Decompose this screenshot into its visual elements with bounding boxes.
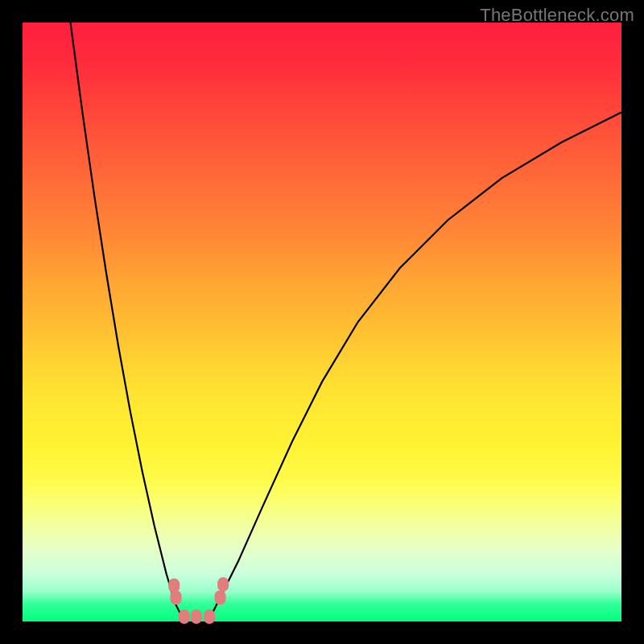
marker-bottom-cluster-a [179, 609, 190, 624]
chart-svg [23, 23, 621, 621]
marker-bottom-cluster-c [204, 609, 215, 624]
marker-group [168, 577, 229, 624]
marker-bottom-cluster-b [191, 609, 202, 624]
curve-right-branch [208, 113, 621, 621]
marker-left-cluster-lower [171, 590, 182, 605]
marker-right-cluster-upper [217, 577, 229, 592]
attribution-text: TheBottleneck.com [480, 5, 634, 26]
curve-left-branch [71, 23, 184, 621]
marker-right-cluster-lower [215, 590, 226, 605]
chart-plot-area [23, 23, 621, 621]
